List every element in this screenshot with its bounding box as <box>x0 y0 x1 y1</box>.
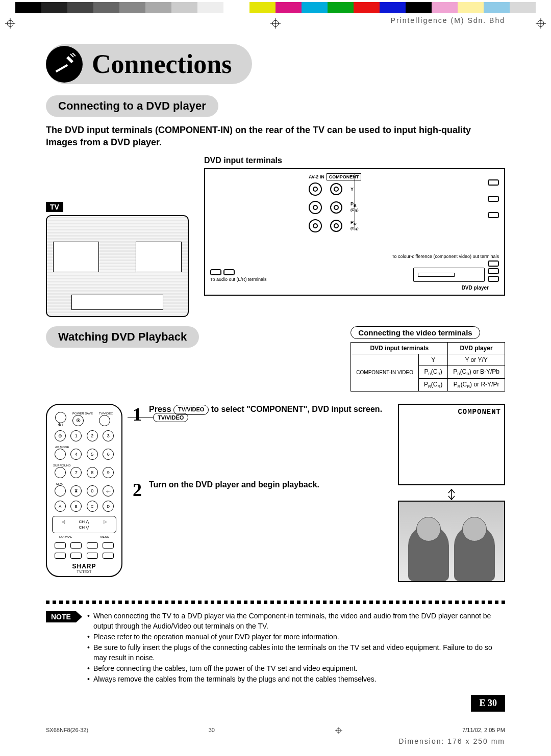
osd-text: COMPONENT <box>458 408 501 416</box>
table-caption: Connecting the video terminals <box>350 326 480 339</box>
file-name: SX68NF8(26-32) <box>46 727 88 734</box>
screen-component-osd: COMPONENT <box>398 404 505 485</box>
dvd-input-terminals-label: DVD input terminals <box>204 156 505 165</box>
note-badge: NOTE <box>46 611 82 622</box>
title-bar: Connections <box>46 44 505 84</box>
step-2: 2 Turn on the DVD player and begin playb… <box>133 479 388 501</box>
note-item: Always remove the cables from the termin… <box>87 674 505 684</box>
proof-footer: SX68NF8(26-32) 30 7/11/02, 2:05 PM <box>0 712 551 737</box>
screen-playback-photo <box>398 501 505 582</box>
svg-line-11 <box>72 53 76 56</box>
down-arrow-icon <box>447 488 456 501</box>
step-number-2: 2 <box>133 479 142 501</box>
page-number: E 30 <box>471 695 505 712</box>
page-title: Connections <box>92 49 232 79</box>
remote-brand: SHARP <box>52 563 116 570</box>
video-terminals-table: DVD input terminals DVD player COMPONENT… <box>350 342 505 392</box>
note-item: Be sure to fully insert the plugs of the… <box>87 643 505 663</box>
dvd-player-label: DVD player <box>210 285 489 291</box>
tv-rear-illustration <box>46 215 189 317</box>
proof-color-bar <box>15 2 536 13</box>
tv-label: TV <box>46 202 63 212</box>
terminal-diagram: AV-2 INCOMPONENT Y PB(CB) PR(CR) To a <box>204 168 505 296</box>
remote-illustration: ⏻ | POWER SAVE⦿ TV/VIDEO ⊕123 AV MODE 45… <box>46 404 122 577</box>
svg-rect-9 <box>56 64 68 72</box>
section1-lead: The DVD input terminals (COMPONENT-IN) o… <box>46 124 505 149</box>
note-item: When connecting the TV to a DVD player v… <box>87 611 505 631</box>
video-terminals-table-block: Connecting the video terminals DVD input… <box>350 326 505 392</box>
dvd-player-illustration <box>413 268 485 282</box>
proof-dimension: Dimension: 176 x 250 mm <box>0 737 551 755</box>
section-watching-playback: Watching DVD Playback <box>46 326 199 348</box>
note-item: Before connecting the cables, turn off t… <box>87 664 505 673</box>
to-colour-label: To colour-difference (component video) o… <box>392 254 499 259</box>
proof-timestamp: 7/11/02, 2:05 PM <box>462 727 505 734</box>
svg-line-10 <box>70 54 73 57</box>
connections-icon <box>46 46 83 83</box>
tvvideo-button-label: TV/VIDEO <box>173 405 209 414</box>
to-audio-label: To audio out (L/R) terminals <box>210 277 267 282</box>
connection-diagram: TV DVD input terminals AV-2 INCOMPONENT … <box>46 156 505 317</box>
note-item: Please refer to the operation manual of … <box>87 632 505 642</box>
dotted-separator <box>46 601 505 604</box>
notes-list: When connecting the TV to a DVD player v… <box>87 611 505 685</box>
step-1: 1 Press TV/VIDEO to select "COMPONENT", … <box>133 404 388 425</box>
step-number-1: 1 <box>133 404 142 425</box>
sheet-number: 30 <box>209 727 215 734</box>
section-connecting-dvd: Connecting to a DVD player <box>46 95 218 117</box>
